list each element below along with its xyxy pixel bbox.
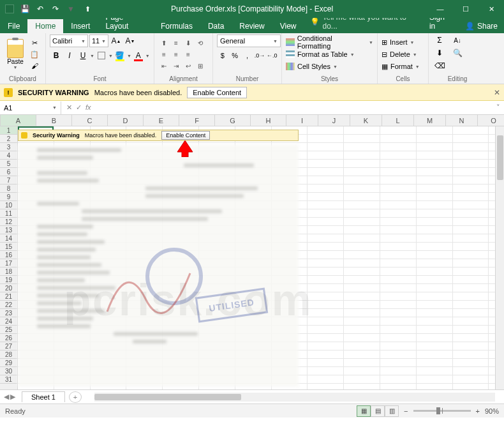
tab-insert[interactable]: Insert [63,19,98,33]
align-right-icon[interactable]: ≡ [182,49,194,59]
row-header[interactable]: 5 [0,160,17,168]
zoom-handle[interactable] [436,407,440,414]
enable-content-button[interactable]: Enable Content [187,87,247,98]
row-header[interactable]: 20 [0,284,17,292]
tab-file[interactable]: File [0,19,27,33]
border-button[interactable] [95,49,108,62]
row-header[interactable]: 24 [0,317,17,326]
row-header[interactable]: 23 [0,309,17,317]
find-select-icon[interactable]: 🔍 [450,47,464,59]
fx-icon[interactable]: fx [85,103,91,112]
row-header[interactable]: 22 [0,301,17,309]
underline-button[interactable]: U [77,49,89,62]
row-header[interactable]: 16 [0,251,17,259]
share-button[interactable]: 👤Share [459,19,504,33]
security-close-icon[interactable]: ✕ [494,88,500,97]
row-header[interactable]: 9 [0,193,17,201]
align-left-icon[interactable]: ≡ [158,49,170,59]
column-header[interactable]: H [251,115,286,126]
row-header[interactable]: 21 [0,292,17,301]
increase-decimal-icon[interactable]: .0→ [254,49,265,62]
name-box[interactable]: A1▼ [0,102,61,114]
font-color-dropdown[interactable]: ▼ [145,54,150,58]
delete-cells-button[interactable]: ⊟Delete▼ [382,49,420,60]
comma-icon[interactable]: , [242,49,253,62]
row-header[interactable]: 12 [0,218,17,226]
column-header[interactable]: M [414,115,446,126]
underline-dropdown[interactable]: ▼ [90,54,94,58]
row-header[interactable]: 29 [0,359,17,367]
align-bottom-icon[interactable]: ⬇ [182,38,194,48]
row-header[interactable]: 7 [0,176,17,185]
font-size-select[interactable]: 11▼ [89,34,108,47]
zoom-in-button[interactable]: + [476,407,480,415]
clear-icon[interactable]: ⌫ [433,60,447,72]
embedded-enable-content-button[interactable]: Enable Content [161,131,210,140]
page-break-view-button[interactable]: ▥ [385,405,399,417]
row-header[interactable]: 25 [0,326,17,334]
cut-icon[interactable]: ✂ [29,38,40,48]
column-header[interactable]: B [36,115,72,126]
column-header[interactable]: D [108,115,144,126]
format-cells-button[interactable]: ▦Format▼ [382,61,420,72]
sheet-tab-active[interactable]: Sheet 1 [22,391,65,402]
autosum-icon[interactable]: Σ [433,34,447,46]
row-header[interactable]: 1 [0,126,17,135]
horizontal-scrollbar[interactable] [94,393,495,402]
add-sheet-button[interactable]: + [69,391,82,403]
row-header[interactable]: 17 [0,259,17,268]
row-header[interactable]: 28 [0,350,17,359]
vertical-scrollbar[interactable] [495,126,504,389]
wrap-text-icon[interactable]: ↩ [182,61,194,71]
cancel-formula-icon[interactable]: ✕ [66,103,72,112]
row-header[interactable]: 13 [0,226,17,234]
redo-icon[interactable]: ↷ [48,2,63,16]
column-header[interactable]: F [179,115,215,126]
undo-icon[interactable]: ↶ [33,2,47,16]
zoom-out-button[interactable]: − [404,407,408,415]
fill-color-button[interactable]: 🪣 [114,49,126,62]
align-middle-icon[interactable]: ≡ [170,38,182,48]
tab-review[interactable]: Review [232,19,272,33]
format-as-table-button[interactable]: Format as Table▼ [286,49,373,60]
merge-icon[interactable]: ⊞ [195,61,206,71]
column-header[interactable]: J [318,115,350,126]
row-header[interactable]: 15 [0,243,17,251]
tab-formulas[interactable]: Formulas [153,19,200,33]
fill-icon[interactable]: ⬇ [433,47,447,59]
expand-formula-bar-icon[interactable]: ˅ [493,103,504,112]
scrollbar-thumb[interactable] [497,135,503,180]
normal-view-button[interactable]: ▦ [357,405,371,417]
row-header[interactable]: 26 [0,334,17,342]
decrease-decimal-icon[interactable]: ←.0 [267,49,278,62]
ribbon-options-icon[interactable]: ⬆ [78,5,97,13]
row-header[interactable]: 18 [0,268,17,276]
sheet-nav-next-icon[interactable]: ▶ [10,393,15,401]
column-header[interactable]: L [382,115,414,126]
increase-font-icon[interactable]: A▲ [110,34,122,47]
tab-view[interactable]: View [272,19,304,33]
column-header[interactable]: C [72,115,108,126]
column-header[interactable]: K [350,115,382,126]
row-header[interactable]: 11 [0,209,17,218]
font-color-button[interactable]: A [132,49,145,62]
cell-styles-button[interactable]: Cell Styles▼ [286,61,373,72]
copy-icon[interactable]: 📋 [29,49,40,59]
conditional-formatting-button[interactable]: Conditional Formatting▼ [286,36,373,48]
font-name-select[interactable]: Calibri▼ [50,34,88,47]
cells-area[interactable]: UTILISED Security Warning Macros have be… [18,126,504,389]
sheet-nav-prev-icon[interactable]: ◀ [4,393,9,401]
column-header[interactable]: O [478,115,504,126]
italic-button[interactable]: I [63,49,76,62]
orientation-icon[interactable]: ⟲ [195,38,206,48]
row-header[interactable]: 27 [0,342,17,350]
enter-formula-icon[interactable]: ✓ [76,103,82,112]
row-header[interactable]: 8 [0,185,17,193]
decrease-font-icon[interactable]: A▼ [124,34,137,47]
bold-button[interactable]: B [50,49,63,62]
format-painter-icon[interactable]: 🖌 [29,61,40,71]
column-header[interactable]: I [286,115,318,126]
page-layout-view-button[interactable]: ▤ [371,405,385,417]
align-center-icon[interactable]: ≡ [170,49,182,59]
row-header[interactable]: 30 [0,367,17,375]
